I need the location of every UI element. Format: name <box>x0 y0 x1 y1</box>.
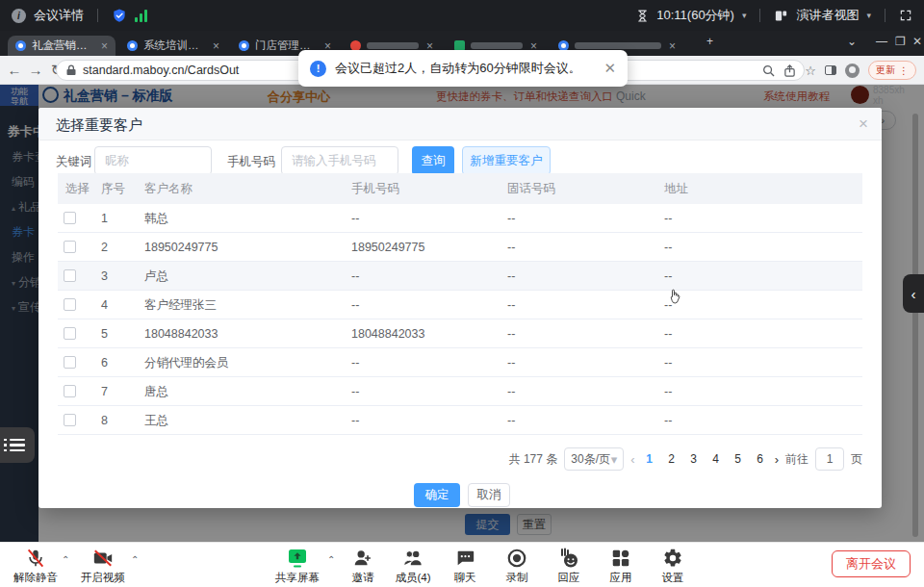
page-6[interactable]: 6 <box>753 452 768 466</box>
more-dots-icon: ⋮ <box>899 65 909 76</box>
toast-message: 会议已超过2人，自动转为60分钟限时会议。 <box>335 60 581 77</box>
minimize-button[interactable]: — <box>876 35 887 48</box>
close-icon[interactable]: × <box>859 115 868 134</box>
bookmark-star-icon[interactable]: ☆ <box>805 64 816 78</box>
tab-search-icon[interactable]: ⌄ <box>847 35 857 48</box>
table-row[interactable]: 6 分销代理的会员 -- -- -- <box>58 348 862 377</box>
tab-close-icon[interactable]: × <box>213 39 219 53</box>
row-checkbox[interactable] <box>64 298 76 311</box>
divider <box>97 9 98 22</box>
collapse-side-panel-button[interactable]: ‹ <box>903 274 924 313</box>
next-page-button[interactable]: › <box>775 452 779 467</box>
illegible-tab-title <box>471 42 523 49</box>
table-row[interactable]: 7 唐总 -- -- -- <box>58 377 862 406</box>
page-1[interactable]: 1 <box>642 452 657 466</box>
reaction-button[interactable]: 回应 <box>541 547 597 585</box>
members-icon <box>401 548 424 569</box>
page-unit-label: 页 <box>851 451 862 468</box>
page-size-select[interactable]: 30条/页 ▾ <box>564 447 624 471</box>
row-checkbox[interactable] <box>64 212 76 224</box>
phone-input[interactable] <box>281 146 398 175</box>
invite-button[interactable]: 邀请 <box>335 547 391 585</box>
fullscreen-icon[interactable] <box>899 9 912 22</box>
shield-check-icon[interactable] <box>112 8 127 24</box>
start-video-button[interactable]: 开启视频 <box>75 547 131 585</box>
window-close-button[interactable]: ✕ <box>912 35 922 48</box>
chevron-down-icon[interactable]: ▾ <box>866 11 871 20</box>
goto-page-input[interactable] <box>815 447 844 471</box>
mic-muted-icon <box>25 548 46 569</box>
row-checkbox[interactable] <box>64 356 76 369</box>
tab-close-icon[interactable]: × <box>101 39 108 53</box>
url-text: standard.maboy.cn/CardsOut <box>83 64 239 77</box>
zoom-icon[interactable] <box>762 64 775 77</box>
row-checkbox[interactable] <box>64 414 76 426</box>
col-tel: 固话号码 <box>507 181 555 197</box>
toast-close-icon[interactable]: ✕ <box>603 60 616 77</box>
page-4[interactable]: 4 <box>708 452 724 466</box>
add-customer-button[interactable]: 新增重要客户 <box>462 146 551 175</box>
mic-options-caret[interactable]: ⌃ <box>62 554 69 565</box>
camera-muted-icon <box>91 548 115 569</box>
table-row-hovered[interactable]: 3 卢总 -- -- -- <box>58 262 862 291</box>
table-row[interactable]: 1 韩总 -- -- -- <box>58 204 862 233</box>
settings-button[interactable]: 设置 <box>645 547 701 585</box>
search-button[interactable]: 查询 <box>412 146 454 175</box>
cancel-button[interactable]: 取消 <box>468 483 510 507</box>
meeting-details-button[interactable]: 会议详情 <box>34 7 84 24</box>
record-button[interactable]: 录制 <box>489 547 545 585</box>
browser-tab-active[interactable]: 礼盒营销平台管理中心 × <box>8 36 116 56</box>
members-button[interactable]: 成员(4) <box>385 547 441 585</box>
illegible-tab-title <box>367 42 419 49</box>
chevron-left-icon: ‹ <box>911 286 916 302</box>
update-badge[interactable]: 更新 ⋮ <box>868 61 916 80</box>
tab-close-icon[interactable]: × <box>669 39 676 53</box>
hand-cursor <box>668 289 681 305</box>
confirm-button[interactable]: 确定 <box>414 483 460 507</box>
table-header: 选择 序号 客户名称 手机号码 固话号码 地址 <box>58 173 862 204</box>
divider <box>759 9 760 22</box>
info-icon: ! <box>310 61 326 77</box>
table-row[interactable]: 4 客户经理张三 -- -- -- <box>58 291 862 319</box>
unmute-button[interactable]: 解除静音 <box>8 547 64 585</box>
row-checkbox[interactable] <box>64 327 76 340</box>
divider <box>885 9 886 22</box>
annotation-list-toggle[interactable] <box>0 427 35 463</box>
restore-button[interactable]: ❐ <box>895 35 906 48</box>
tab-favicon <box>15 40 26 51</box>
page-2[interactable]: 2 <box>664 452 680 466</box>
hourglass-icon <box>636 9 649 23</box>
profile-icon[interactable] <box>845 64 860 78</box>
view-mode-button[interactable]: 演讲者视图 <box>796 7 859 24</box>
browser-tab[interactable]: 系统培训学习 × <box>119 36 227 56</box>
new-tab-button[interactable]: + <box>706 35 713 48</box>
share-screen-icon <box>286 547 309 570</box>
phone-label: 手机号码 <box>227 154 275 170</box>
chat-button[interactable]: 聊天 <box>437 547 493 585</box>
table-row[interactable]: 5 18048842033 18048842033 -- -- <box>58 319 862 348</box>
video-options-caret[interactable]: ⌃ <box>131 554 139 565</box>
list-icon <box>10 436 25 455</box>
leave-meeting-button[interactable]: 离开会议 <box>832 550 911 577</box>
apps-button[interactable]: 应用 <box>593 547 649 585</box>
page-5[interactable]: 5 <box>731 452 746 466</box>
meeting-timer: 10:11(60分钟) <box>656 7 734 24</box>
row-checkbox[interactable] <box>64 385 76 397</box>
tab-favicon <box>239 40 249 51</box>
table-row[interactable]: 2 18950249775 18950249775 -- -- <box>58 233 862 262</box>
table-row[interactable]: 8 王总 -- -- -- <box>58 406 862 435</box>
row-checkbox[interactable] <box>64 269 76 282</box>
share-screen-button[interactable]: 共享屏幕 <box>268 547 327 585</box>
forward-icon[interactable]: → <box>25 62 46 78</box>
keyword-input[interactable] <box>94 146 212 175</box>
side-panel-icon[interactable] <box>825 65 836 75</box>
back-icon[interactable]: ← <box>4 62 25 78</box>
prev-page-button[interactable]: ‹ <box>630 452 634 467</box>
row-checkbox[interactable] <box>64 241 76 253</box>
chevron-down-icon[interactable]: ▾ <box>742 11 747 20</box>
page-3[interactable]: 3 <box>686 452 702 466</box>
goto-label: 前往 <box>785 451 808 468</box>
col-name: 客户名称 <box>144 181 192 197</box>
share-icon[interactable] <box>783 64 796 77</box>
gear-icon <box>662 548 683 569</box>
